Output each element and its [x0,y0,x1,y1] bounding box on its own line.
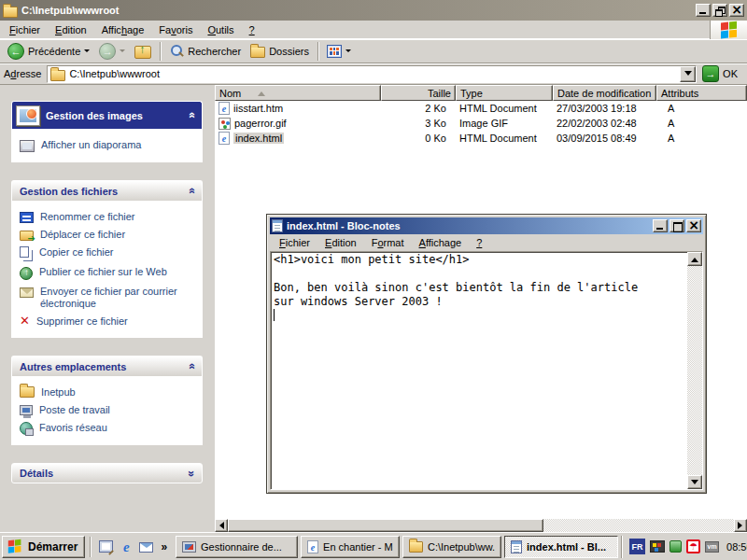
panel-header-gestion-images[interactable]: Gestion des images [11,101,203,129]
column-header-taille[interactable]: Taille [381,85,456,101]
forward-dropdown-icon [120,49,125,55]
internet-explorer-icon[interactable] [119,539,134,554]
vmware-icon[interactable] [705,541,719,553]
menu-help[interactable]: ? [469,235,489,250]
task-renommer[interactable]: Renommer ce fichier [18,208,196,226]
chevron-up-icon[interactable] [189,360,194,373]
minimize-button[interactable] [696,4,711,17]
chevron-up-icon[interactable] [189,185,194,198]
explorer-toolbar: ← Précédente → Rechercher Dossiers [0,39,747,63]
notepad-menubar: Fichier Edition Format Affichage ? [270,234,703,251]
arrow-left-icon [216,522,224,529]
scrollbar-track[interactable] [687,266,702,475]
menu-fichier[interactable]: Fichier [272,235,317,250]
menu-favoris[interactable]: Favoris [151,22,200,37]
vmware-tools-icon[interactable] [669,540,682,553]
taskbar-button-internet-explorer[interactable]: En chantier - Mi... [301,536,400,558]
explorer-task-pane: Gestion des images Afficher un diaporama… [0,85,215,532]
forward-button[interactable]: → [95,40,129,63]
views-button[interactable] [323,40,355,63]
scroll-right-button[interactable] [734,519,747,532]
scroll-left-button[interactable] [215,519,228,532]
column-header-type[interactable]: Type [456,85,553,101]
scrollbar-track[interactable] [543,519,734,532]
menu-edition[interactable]: Edition [317,235,364,250]
panel-autres-emplacements: Autres emplacements Inetpub Poste de tra… [11,356,203,445]
back-icon: ← [7,43,24,60]
restore-button[interactable] [712,4,727,17]
scrollbar-thumb[interactable] [228,519,543,532]
panel-header-autres-emplacements[interactable]: Autres emplacements [11,356,203,376]
panel-gestion-images: Gestion des images Afficher un diaporama [11,101,203,162]
task-afficher-diaporama[interactable]: Afficher un diaporama [18,136,196,155]
start-button[interactable]: Démarrer [2,536,85,558]
language-indicator[interactable]: FR [629,539,645,554]
task-copier[interactable]: Copier ce fichier [18,244,196,263]
file-row[interactable]: pagerror.gif 3 Ko Image GIF 22/02/2003 0… [215,116,747,131]
task-envoyer-email[interactable]: Envoyer ce fichier par courrier électron… [18,283,196,313]
arrow-up-icon [691,254,698,262]
place-inetpub[interactable]: Inetpub [18,384,196,401]
back-button[interactable]: ← Précédente [4,40,93,63]
menu-outils[interactable]: Outils [200,22,241,37]
task-supprimer[interactable]: ✕ Supprimer ce fichier [18,313,196,330]
taskbar-button-iis-manager[interactable]: Gestionnaire de... [176,536,298,558]
go-button[interactable]: → OK [702,65,743,82]
notepad-textarea[interactable]: <h1>voici mon petit site</h1> Bon, ben v… [271,252,687,489]
chevron-up-icon[interactable] [189,109,194,122]
windows-logo-icon [710,21,747,39]
taskbar-clock[interactable]: 08:50 [724,541,747,553]
gif-image-icon [218,118,231,130]
menu-format[interactable]: Format [364,235,412,250]
place-favoris-reseau[interactable]: Favoris réseau [18,419,196,438]
panel-header-gestion-fichiers[interactable]: Gestion des fichiers [11,180,203,201]
menu-help[interactable]: ? [242,22,262,37]
explorer-titlebar[interactable]: C:\Inetpub\wwwroot [0,0,747,21]
folder-icon [3,7,18,18]
taskbar-button-explorer[interactable]: C:\Inetpub\ww... [402,536,501,558]
avira-antivir-icon[interactable] [686,539,700,553]
column-header-attributs[interactable]: Attributs [656,85,747,101]
menu-fichier[interactable]: Fichier [2,22,48,37]
explorer-addressbar: Adresse C:\Inetpub\wwwroot → OK [0,63,747,85]
task-deplacer[interactable]: Déplacer ce fichier [18,226,196,244]
menu-affichage[interactable]: Affichage [412,235,470,250]
address-dropdown-button[interactable] [680,66,696,82]
file-row[interactable]: iisstart.htm 2 Ko HTML Document 27/03/20… [215,101,747,116]
outlook-express-icon[interactable] [139,542,153,553]
minimize-button[interactable] [653,219,668,232]
display-settings-icon[interactable] [650,540,665,553]
menu-affichage[interactable]: Affichage [94,22,152,37]
address-input[interactable]: C:\Inetpub\wwwroot [47,65,697,83]
notepad-titlebar[interactable]: index.html - Bloc-notes [270,217,703,234]
close-button[interactable] [729,4,744,17]
rename-icon [20,212,34,223]
search-icon [169,44,184,59]
publish-web-icon [20,267,33,280]
column-header-nom[interactable]: Nom [215,85,381,101]
folders-button[interactable]: Dossiers [247,40,313,63]
column-header-date[interactable]: Date de modification [553,85,656,101]
close-button[interactable] [686,219,701,232]
back-dropdown-icon[interactable] [84,49,90,55]
maximize-button[interactable] [669,219,684,232]
quick-launch-overflow-chevron[interactable]: » [159,540,169,553]
task-publier[interactable]: Publier ce fichier sur le Web [18,263,196,283]
views-dropdown-icon[interactable] [345,49,351,55]
horizontal-scrollbar[interactable] [215,519,747,532]
place-poste-de-travail[interactable]: Poste de travail [18,401,196,419]
scroll-up-button[interactable] [687,252,702,266]
show-desktop-icon[interactable] [99,540,113,553]
menu-edition[interactable]: Edition [48,22,94,37]
file-row-selected[interactable]: index.html 0 Ko HTML Document 03/09/2015… [215,131,747,146]
taskbar-button-notepad[interactable]: index.html - Bl... [504,536,618,558]
chevron-down-icon[interactable] [189,467,194,480]
panel-header-details[interactable]: Détails [11,463,203,483]
search-label: Rechercher [188,46,241,57]
chevron-down-icon [684,71,692,79]
panel-title: Gestion des images [46,110,143,121]
scroll-down-button[interactable] [687,475,702,489]
search-button[interactable]: Rechercher [165,40,245,63]
vertical-scrollbar[interactable] [687,252,702,489]
up-button[interactable] [131,40,155,63]
